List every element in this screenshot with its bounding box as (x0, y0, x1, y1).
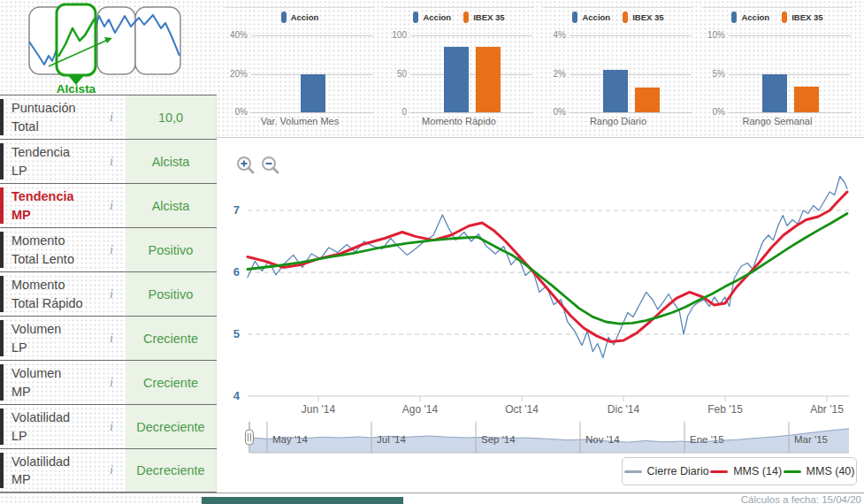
navigator-handle[interactable] (246, 430, 254, 445)
info-icon[interactable]: i (97, 332, 126, 346)
table-row: TendenciaLPiAlcista (0, 139, 217, 183)
navigator-label: Ene '15 (690, 434, 724, 445)
bar-accion (301, 74, 325, 113)
mini-gridline (729, 74, 851, 75)
info-icon[interactable]: i (97, 155, 126, 169)
legend-marker (731, 11, 737, 23)
mini-chart-momento-rapido: AccionIBEX 35100500Momento Rápido (378, 0, 539, 133)
table-row: VolumenMPiCreciente (0, 360, 217, 404)
mini-gridline (570, 112, 692, 113)
legend-item-label: MMS (14) (733, 465, 782, 477)
info-icon[interactable]: i (97, 287, 126, 302)
bar-accion (444, 47, 469, 112)
x-axis-label: Feb '15 (707, 403, 743, 416)
table-row: VolatilidadMPiDecreciente (0, 448, 217, 493)
bottom-separator-line (0, 493, 864, 493)
legend-label: IBEX 35 (473, 12, 504, 22)
legend-item-accion[interactable]: Accion (572, 11, 610, 23)
y-axis-label: 7 (233, 203, 240, 217)
mini-chart-legend: AccionIBEX 35 (697, 11, 858, 23)
mini-chart-topline (543, 7, 693, 8)
info-icon[interactable]: i (97, 243, 126, 257)
mini-ytick-label: 50 (378, 69, 407, 79)
row-value: Creciente (126, 361, 217, 404)
info-icon[interactable]: i (97, 376, 126, 390)
legend-label: Accion (741, 12, 769, 22)
info-icon[interactable]: i (97, 420, 126, 434)
zoom-in-button[interactable] (236, 156, 256, 175)
bar-ibex-35 (476, 47, 501, 112)
legend-item-ibex-35[interactable]: IBEX 35 (463, 11, 504, 23)
legend-marker (572, 11, 577, 23)
legend-marker (413, 11, 418, 23)
x-axis-label: Jun '14 (302, 403, 336, 416)
price-chart-canvas: 7654Jun '14Ago '14Oct '14Dic '14Feb '15A… (217, 139, 864, 493)
indicators-table: PuntuaciónTotali10,0TendenciaLPiAlcistaT… (0, 95, 217, 493)
mini-chart-title: Rango Semanal (697, 116, 858, 126)
row-label-line1: Volatilidad (11, 409, 97, 426)
row-value: Positivo (126, 228, 217, 271)
legend-item-mms--14-[interactable]: MMS (14) (710, 465, 782, 477)
mini-chart-topline (384, 7, 534, 8)
row-label: TendenciaMP (0, 187, 97, 224)
bar-accion (603, 70, 628, 112)
series-line-mms40 (248, 214, 847, 325)
legend-item-mms--40-[interactable]: MMS (40) (784, 465, 855, 477)
row-label-line2: LP (11, 339, 97, 356)
series-line-mms14 (248, 192, 847, 341)
table-row: VolatilidadLPiDecreciente (0, 404, 217, 448)
x-axis-label: Abr '15 (810, 403, 844, 416)
zoom-out-button[interactable] (261, 156, 280, 175)
mini-ytick-label: 5% (697, 69, 725, 79)
row-accent-bar (0, 453, 4, 488)
row-label: VolatilidadMP (0, 453, 97, 489)
navigator-area[interactable] (250, 429, 849, 453)
mini-ytick-label: 4% (538, 30, 566, 40)
row-label-line2: MP (11, 206, 97, 224)
row-accent-bar (0, 364, 4, 401)
table-row: PuntuaciónTotali10,0 (0, 95, 217, 139)
table-row: MomentoTotal LentoiPositivo (0, 227, 217, 271)
legend-item-accion[interactable]: Accion (413, 11, 451, 23)
row-label-line2: Total Rápido (11, 294, 97, 312)
row-accent-bar (0, 320, 4, 356)
legend-line-marker (710, 470, 728, 473)
mini-ytick-label: 40% (219, 30, 248, 40)
mini-gridline (729, 35, 851, 36)
mini-ytick-label: 2% (538, 69, 566, 79)
legend-item-label: Cierre Diario (647, 465, 709, 477)
mini-chart-title: Var. Volumen Mes (219, 116, 380, 126)
info-icon[interactable]: i (97, 111, 126, 125)
info-icon[interactable]: i (97, 199, 126, 213)
mini-chart-topline (702, 7, 853, 8)
row-label: PuntuaciónTotal (0, 99, 97, 135)
mini-chart-legend: Accion (219, 11, 380, 23)
pattern-card-selected-alcista[interactable] (57, 4, 96, 75)
legend-item-ibex-35[interactable]: IBEX 35 (623, 11, 663, 23)
legend-line-marker (784, 470, 801, 473)
row-value: Positivo (126, 272, 217, 316)
legend-item-accion[interactable]: Accion (281, 11, 319, 23)
legend-item-accion[interactable]: Accion (731, 11, 769, 23)
x-axis-label: Oct '14 (505, 403, 539, 416)
legend-label: IBEX 35 (791, 12, 822, 22)
row-label: VolatilidadLP (0, 409, 97, 445)
info-icon[interactable]: i (97, 463, 126, 477)
row-label-line1: Volumen (11, 364, 97, 382)
legend-marker (782, 11, 787, 23)
row-value: Alcista (126, 140, 217, 183)
trend-pattern-sparklines: Alcista (0, 0, 217, 95)
mini-gridline (410, 112, 532, 113)
mini-gridline (570, 74, 692, 75)
row-label-line1: Momento (11, 232, 97, 249)
trend-pattern-selector[interactable]: Alcista (0, 0, 217, 95)
row-accent-bar (0, 99, 4, 135)
legend-item-label: MMS (40) (807, 465, 855, 477)
pattern-card-3[interactable] (97, 7, 135, 74)
mini-gridline (410, 35, 532, 36)
legend-item-ibex-35[interactable]: IBEX 35 (782, 11, 822, 23)
mini-chart-rango-diario: AccionIBEX 354%2%0%Rango Diario (538, 0, 699, 133)
legend-item-cierre-diario[interactable]: Cierre Diario (624, 465, 709, 477)
y-axis-label: 4 (233, 389, 241, 402)
main-price-chart[interactable]: 7654Jun '14Ago '14Oct '14Dic '14Feb '15A… (217, 139, 864, 493)
